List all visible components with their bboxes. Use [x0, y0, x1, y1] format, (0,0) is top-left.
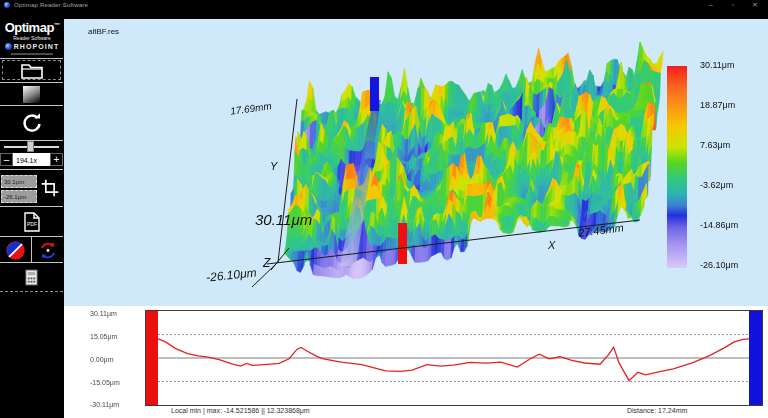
y-tick-label: 0.00μm: [90, 356, 114, 363]
local-minmax-readout: Local min | max: -14.521586 || 12.323868…: [171, 407, 310, 414]
rhopoint-brand-name: RHOPOINT: [14, 43, 60, 50]
colorbar-label: -3.62μm: [700, 180, 733, 190]
distance-readout: Distance: 17.24mm: [627, 407, 687, 414]
crop-button[interactable]: [40, 177, 60, 203]
zoom-in-button[interactable]: +: [50, 153, 63, 166]
crop-icon: [40, 177, 60, 199]
y-tick-label: -30.11μm: [90, 401, 119, 408]
color-split-circle-icon: [5, 240, 26, 261]
result-filename: altBF.res: [88, 27, 119, 36]
title-bar: Optimap Reader Software – ▫ ✕: [0, 0, 768, 10]
gradient-swatch-icon: [23, 86, 40, 103]
colorbar-label: 18.87μm: [700, 100, 735, 110]
profile-y-axis: 30.11μm 15.05μm 0.00μm -15.05μm -30.11μm: [90, 306, 140, 418]
z-max-label: 30.11μm: [255, 211, 312, 228]
zoom-slider[interactable]: [0, 140, 63, 152]
colorbar: [667, 66, 687, 268]
profile-panel: 30.11μm 15.05μm 0.00μm -15.05μm -30.11μm…: [64, 306, 768, 418]
folder-open-icon: [21, 62, 43, 80]
range-min-button[interactable]: -26.1μm: [1, 190, 37, 203]
colorbar-label: 7.63μm: [700, 140, 730, 150]
statistics-button[interactable]: [0, 262, 63, 292]
maximize-button[interactable]: ▫: [726, 0, 740, 10]
z-axis-label: Z: [263, 256, 270, 270]
export-pdf-button[interactable]: PDF: [0, 206, 63, 236]
zoom-level-value[interactable]: 194.1x: [13, 153, 50, 166]
profile-chart-canvas[interactable]: [146, 311, 762, 405]
display-mode-row: [0, 236, 63, 263]
colorbar-labels: 30.11μm 18.87μm 7.63μm -3.62μm -14.86μm …: [700, 19, 760, 306]
rhopoint-logo-icon: [5, 43, 12, 50]
open-file-button[interactable]: [0, 58, 63, 82]
color-mode-button[interactable]: [0, 237, 32, 263]
app-icon: [4, 2, 10, 8]
texture-view-button[interactable]: [0, 82, 63, 105]
y-tick-label: -15.05μm: [90, 379, 120, 386]
rhopoint-brand: RHOPOINT: [0, 43, 64, 50]
compare-swap-button[interactable]: [32, 237, 63, 263]
surface-viewport: altBF.res 17.69mm Y 30.11μm Z -26.10μm X…: [64, 19, 768, 306]
profile-chart[interactable]: [145, 310, 763, 406]
y-tick-label: 15.05μm: [90, 333, 117, 340]
trademark-symbol: ™: [54, 22, 60, 28]
y-axis-label: Y: [270, 160, 277, 172]
optimap-logo: Optimap™: [0, 20, 64, 35]
logo-subtitle: Reader Software: [0, 35, 64, 41]
calculator-icon: [25, 269, 38, 286]
cycle-arrows-icon: [37, 240, 59, 261]
y-tick-label: 30.11μm: [90, 310, 117, 317]
close-button[interactable]: ✕: [748, 0, 762, 10]
colorbar-label: -14.86μm: [700, 220, 738, 230]
range-controls: 30.1μm -26.1μm: [0, 169, 63, 207]
optimap-logo-text: Optimap: [5, 20, 54, 35]
pdf-icon: PDF: [24, 212, 40, 232]
zoom-slider-handle[interactable]: [27, 141, 34, 152]
minimize-button[interactable]: –: [704, 0, 718, 10]
toolbar-sidebar: Optimap™ Reader Software RHOPOINT – 194.…: [0, 19, 64, 418]
range-max-button[interactable]: 30.1μm: [1, 175, 37, 188]
surface-plot-canvas[interactable]: [64, 19, 768, 306]
pdf-icon-label: PDF: [27, 221, 37, 227]
zoom-control: – 194.1x +: [0, 153, 63, 166]
zoom-out-button[interactable]: –: [0, 153, 13, 166]
window-title: Optimap Reader Software: [14, 2, 88, 8]
rhopoint-tagline: [11, 53, 53, 55]
colorbar-label: -26.10μm: [700, 260, 738, 270]
refresh-button[interactable]: [0, 105, 63, 140]
x-axis-label: X: [548, 239, 555, 251]
colorbar-label: 30.11μm: [700, 60, 735, 70]
refresh-icon: [20, 110, 44, 136]
